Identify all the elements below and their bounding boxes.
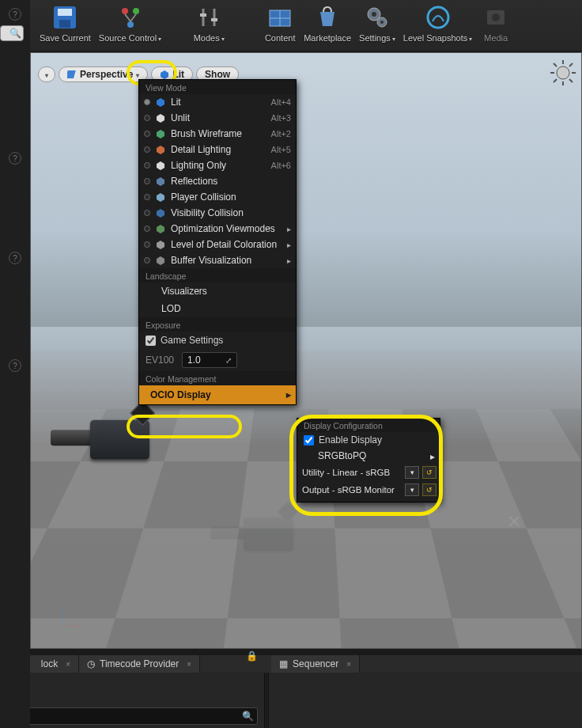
reset-button[interactable]: ↺ — [422, 466, 436, 479]
menu-section-header: Display Configuration — [297, 419, 440, 432]
help-icon[interactable]: ? — [9, 152, 21, 165]
radio-icon — [144, 99, 150, 105]
settings-icon — [361, 3, 393, 32]
svg-marker-41 — [157, 209, 164, 218]
menu-item-visualizers[interactable]: Visualizers — [139, 282, 296, 300]
tab-label: Sequencer — [293, 658, 338, 669]
menu-item-brush-wireframe[interactable]: Brush WireframeAlt+2 — [139, 126, 296, 142]
menu-item-label: Player Collision — [171, 191, 286, 203]
media-button[interactable]: Media — [480, 0, 512, 43]
expand-icon[interactable]: ⤢ — [225, 356, 232, 365]
save-current-button[interactable]: Save Current — [40, 0, 91, 43]
dropdown-button[interactable]: ▾ — [405, 466, 419, 479]
menu-item-srgbtopq[interactable]: SRGBtoPQ ▸ — [297, 448, 440, 464]
source-control-button[interactable]: Source Control — [99, 0, 161, 43]
radio-icon — [144, 241, 150, 248]
help-icon[interactable]: ? — [9, 8, 21, 21]
sun-widget[interactable] — [550, 59, 576, 86]
crosshair-icon: ✕ — [507, 512, 521, 533]
lit-icon — [160, 70, 169, 79]
menu-item-detail-lighting[interactable]: Detail LightingAlt+5 — [139, 142, 296, 157]
shortcut-text: Alt+5 — [271, 145, 291, 154]
lower-search-input[interactable]: 🔍 — [5, 707, 258, 725]
svg-point-17 — [557, 66, 569, 79]
menu-item-player-collision[interactable]: Player Collision — [139, 189, 296, 205]
toolbar-label: Media — [484, 33, 508, 43]
viewmode-icon — [155, 176, 166, 187]
clock-icon: ◷ — [87, 658, 95, 669]
menu-item-label: Visibility Collision — [171, 207, 286, 218]
reset-button[interactable]: ↺ — [422, 483, 436, 496]
close-icon[interactable]: × — [187, 660, 191, 669]
viewmode-icon — [155, 144, 166, 155]
tab-label: lock — [41, 658, 58, 669]
submenu-arrow-icon — [287, 239, 291, 250]
menu-item-buffer-visualization[interactable]: Buffer Visualization — [139, 252, 296, 268]
menu-item-optimization-viewmodes[interactable]: Optimization Viewmodes — [139, 221, 296, 237]
display-configuration-submenu: Display Configuration Enable Display SRG… — [297, 418, 440, 502]
lock-icon[interactable]: 🔒 — [240, 650, 264, 662]
ev100-input[interactable]: 1.0 ⤢ — [182, 352, 237, 368]
pill-label: Lit — [172, 69, 184, 80]
game-settings-checkbox[interactable] — [146, 336, 156, 346]
shortcut-text: Alt+4 — [271, 97, 291, 107]
level-snapshots-icon — [422, 3, 454, 32]
menu-item-level-of-detail-coloration[interactable]: Level of Detail Coloration — [139, 237, 296, 252]
media-icon — [480, 3, 512, 32]
svg-marker-36 — [157, 130, 164, 138]
dropdown-button[interactable]: ▾ — [405, 483, 419, 496]
radio-icon — [144, 194, 150, 200]
game-settings-checkbox-row[interactable]: Game Settings — [139, 332, 296, 349]
menu-item-reflections[interactable]: Reflections — [139, 173, 296, 189]
svg-marker-34 — [157, 98, 164, 107]
modes-button[interactable]: Modes — [193, 0, 225, 43]
help-icon[interactable]: ? — [9, 359, 21, 372]
submenu-arrow-icon — [287, 255, 291, 266]
axis-gizmo[interactable]: zxy — [53, 602, 85, 634]
panel-splitter[interactable] — [264, 673, 269, 728]
svg-point-11 — [372, 12, 376, 17]
tab-timecode-provider[interactable]: ◷ Timecode Provider × — [79, 655, 200, 673]
save-icon — [49, 3, 81, 32]
menu-section-header: View Mode — [139, 80, 296, 94]
enable-display-checkbox[interactable] — [304, 435, 314, 446]
enable-display-row[interactable]: Enable Display — [297, 432, 440, 448]
svg-marker-42 — [157, 225, 164, 233]
menu-item-lighting-only[interactable]: Lighting OnlyAlt+6 — [139, 157, 296, 173]
svg-marker-44 — [157, 256, 164, 265]
menu-item-unlit[interactable]: UnlitAlt+3 — [139, 110, 296, 126]
camera-actor[interactable] — [210, 502, 310, 561]
submenu-arrow-icon: ▸ — [286, 389, 291, 400]
menu-item-visibility-collision[interactable]: Visibility Collision — [139, 205, 296, 221]
menu-item-label: OCIO Display — [150, 389, 211, 400]
viewmode-icon — [155, 160, 166, 171]
help-icon[interactable]: ? — [9, 252, 21, 264]
menu-item-label: Lit — [171, 97, 266, 108]
radio-icon — [144, 146, 150, 153]
menu-item-lit[interactable]: LitAlt+4 — [139, 94, 296, 110]
radio-icon — [144, 131, 150, 137]
settings-button[interactable]: Settings — [359, 0, 395, 43]
toolbar-label: Modes — [194, 33, 225, 43]
source-control-icon — [115, 3, 146, 32]
content-icon — [264, 3, 296, 32]
marketplace-button[interactable]: Marketplace — [304, 0, 351, 43]
perspective-button[interactable]: Perspective — [59, 66, 148, 82]
menu-section-header: Exposure — [139, 317, 296, 332]
svg-marker-40 — [157, 193, 164, 202]
level-snapshots-button[interactable]: Level Snapshots — [403, 0, 472, 43]
svg-point-13 — [380, 21, 384, 24]
camera-actor[interactable] — [51, 402, 169, 472]
close-icon[interactable]: × — [66, 660, 70, 669]
svg-marker-37 — [157, 146, 164, 154]
menu-item-lod[interactable]: LOD — [139, 300, 296, 317]
tab-sequencer[interactable]: ▦ Sequencer × — [271, 655, 360, 673]
viewport-options-dropdown[interactable] — [38, 66, 55, 82]
sidebar-search[interactable]: 🔍 — [0, 25, 24, 41]
close-icon[interactable]: × — [346, 660, 351, 669]
svg-line-22 — [554, 63, 557, 66]
menu-item-label: LOD — [161, 303, 181, 314]
content-button[interactable]: Content — [264, 0, 296, 43]
menu-item-ocio-display[interactable]: OCIO Display ▸ — [139, 385, 296, 404]
level-viewport[interactable]: ✕ zxy — [30, 52, 582, 649]
